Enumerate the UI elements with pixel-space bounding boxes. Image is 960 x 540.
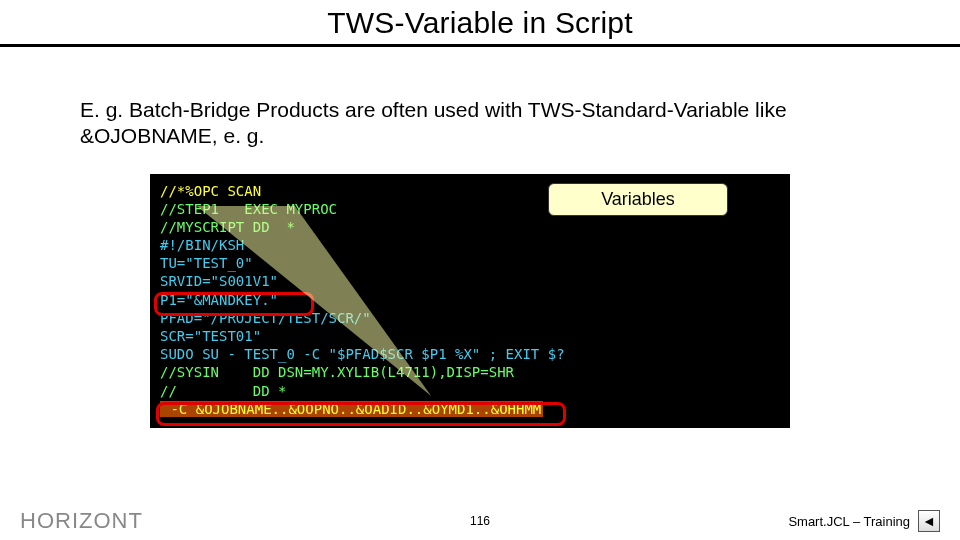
code-line-6: SRVID="S001V1" <box>160 273 278 289</box>
code-content: //*%OPC SCAN //STEP1 EXEC MYPROC //MYSCR… <box>160 182 780 418</box>
code-line-13: -C &OJOBNAME..&OOPNO..&OADID..&OYMD1..&O… <box>160 401 543 417</box>
intro-text: E. g. Batch-Bridge Products are often us… <box>0 47 960 150</box>
code-line-7: P1="&MANDKEY." <box>160 292 278 308</box>
code-line-2: //STEP1 EXEC MYPROC <box>160 201 337 217</box>
code-line-10: SUDO SU - TEST_0 -C "$PFAD$SCR $P1 %X" ;… <box>160 346 565 362</box>
code-line-12: // DD * <box>160 383 286 399</box>
code-line-5: TU="TEST_0" <box>160 255 253 271</box>
code-line-8: PFAD="/PROJECT/TEST/SCR/" <box>160 310 371 326</box>
footer-course-name: Smart.JCL – Training <box>788 514 910 529</box>
back-button[interactable]: ◄ <box>918 510 940 532</box>
callout-label: Variables <box>548 183 728 216</box>
page-title: TWS-Variable in Script <box>0 0 960 44</box>
footer: HORIZONT 116 Smart.JCL – Training ◄ <box>0 508 960 534</box>
code-line-3: //MYSCRIPT DD * <box>160 219 295 235</box>
code-line-1: //*%OPC SCAN <box>160 183 261 199</box>
code-line-9: SCR="TEST01" <box>160 328 261 344</box>
code-line-11: //SYSIN DD DSN=MY.XYLIB(L4711),DISP=SHR <box>160 364 514 380</box>
footer-brand: HORIZONT <box>20 508 143 534</box>
page-number: 116 <box>470 514 490 528</box>
code-line-4: #!/BIN/KSH <box>160 237 244 253</box>
code-block: Variables //*%OPC SCAN //STEP1 EXEC MYPR… <box>150 174 790 428</box>
